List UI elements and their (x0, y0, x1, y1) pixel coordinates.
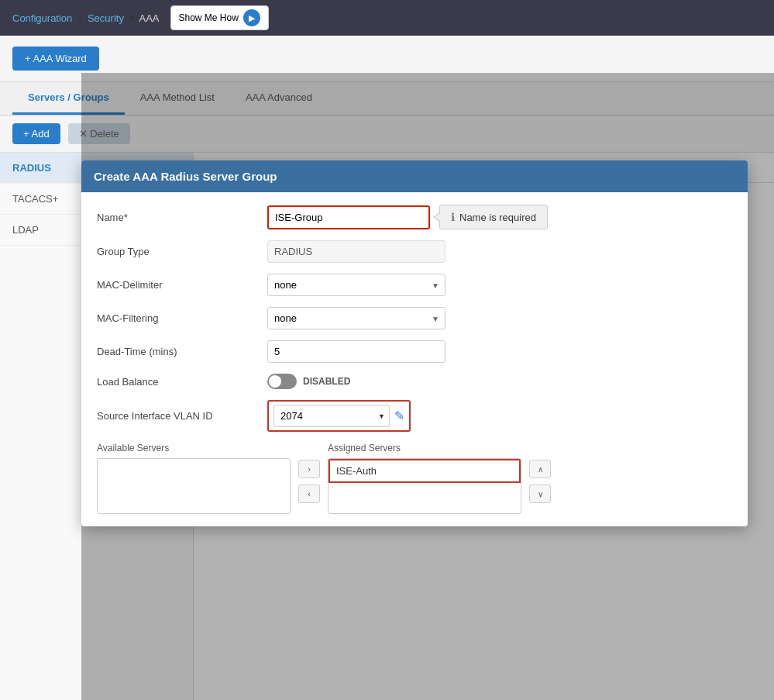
dead-time-input[interactable] (267, 340, 445, 363)
wizard-button-label: + AAA Wizard (25, 53, 87, 64)
load-balance-status: DISABLED (303, 376, 350, 387)
server-transfer-buttons: › ‹ (298, 443, 320, 503)
source-interface-vlan-wrap: 2074 ▼ ✎ (267, 400, 411, 432)
top-navigation: Configuration > Security > AAA Show Me H… (0, 0, 774, 36)
tooltip-caret-inner (435, 212, 441, 222)
vlan-select-wrap: 2074 ▼ (273, 405, 390, 427)
mac-filtering-label: MAC-Filtering (97, 312, 267, 324)
mac-filtering-select[interactable]: none (267, 307, 445, 329)
vlan-edit-icon[interactable]: ✎ (394, 409, 404, 423)
assigned-servers-label: Assigned Servers (328, 443, 521, 453)
name-label: Name* (97, 212, 267, 223)
name-error-tooltip: ℹ Name is required (439, 205, 548, 229)
servers-section: Available Servers › ‹ Assigned Servers I… (97, 443, 732, 514)
order-down-button[interactable]: ∨ (529, 484, 551, 503)
transfer-left-button[interactable]: ‹ (298, 484, 320, 503)
available-servers-label: Available Servers (97, 443, 291, 453)
nav-current: AAA (139, 12, 159, 24)
order-up-button[interactable]: ∧ (529, 460, 551, 478)
main-content: RADIUS TACACS+ LDAP Servers Server Group… (0, 153, 774, 700)
aaa-wizard-button[interactable]: + AAA Wizard (12, 47, 99, 71)
create-server-group-modal: Create AAA Radius Server Group Name* ℹ N… (81, 160, 748, 526)
assigned-servers-wrap: Assigned Servers ISE-Auth (328, 443, 521, 514)
available-servers-list[interactable] (97, 458, 291, 514)
nav-security[interactable]: Security (88, 12, 124, 24)
nav-sep1: > (77, 12, 83, 24)
assigned-servers-list[interactable]: ISE-Auth (328, 458, 521, 514)
mac-delimiter-label: MAC-Delimiter (97, 279, 267, 291)
group-type-row: Group Type (97, 240, 732, 263)
mac-filtering-select-wrap: none ▼ (267, 307, 445, 329)
nav-configuration[interactable]: Configuration (12, 12, 72, 24)
source-interface-row: Source Interface VLAN ID 2074 ▼ ✎ (97, 400, 732, 432)
load-balance-label: Load Balance (97, 376, 267, 388)
load-balance-row: Load Balance DISABLED (97, 374, 732, 389)
modal-body: Name* ℹ Name is required Group Type (81, 192, 748, 526)
mac-delimiter-row: MAC-Delimiter none ▼ (97, 274, 732, 296)
mac-delimiter-select-wrap: none ▼ (267, 274, 445, 296)
available-servers-wrap: Available Servers (97, 443, 291, 514)
order-buttons: ∧ ∨ (529, 443, 551, 503)
show-me-how-button[interactable]: Show Me How ▶ (170, 5, 269, 30)
dead-time-label: Dead-Time (mins) (97, 346, 267, 357)
dead-time-row: Dead-Time (mins) (97, 340, 732, 363)
load-balance-toggle[interactable] (267, 374, 297, 389)
show-me-how-icon: ▶ (243, 9, 260, 26)
mac-filtering-row: MAC-Filtering none ▼ (97, 307, 732, 329)
group-type-input (267, 240, 445, 263)
load-balance-toggle-wrap: DISABLED (267, 374, 350, 389)
toggle-knob (269, 375, 281, 388)
modal-header: Create AAA Radius Server Group (81, 160, 748, 192)
source-interface-label: Source Interface VLAN ID (97, 410, 267, 422)
error-info-icon: ℹ (451, 211, 455, 223)
assigned-server-item[interactable]: ISE-Auth (329, 459, 521, 483)
add-button[interactable]: + Add (12, 123, 60, 144)
group-type-label: Group Type (97, 246, 267, 257)
vlan-select[interactable]: 2074 (273, 405, 390, 427)
mac-delimiter-select[interactable]: none (267, 274, 445, 296)
transfer-right-button[interactable]: › (298, 460, 320, 478)
nav-sep2: > (129, 12, 135, 24)
name-input[interactable] (267, 205, 430, 229)
